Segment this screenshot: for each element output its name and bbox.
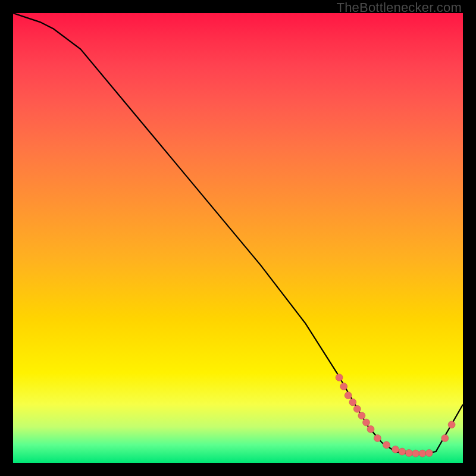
marker-dot — [405, 449, 412, 456]
marker-dot — [374, 434, 381, 441]
marker-dot — [358, 412, 365, 419]
marker-dot — [345, 392, 352, 399]
marker-dot — [340, 383, 347, 390]
chart-frame: TheBottlenecker.com — [0, 0, 476, 476]
curve-markers — [336, 374, 455, 457]
marker-dot — [392, 446, 399, 453]
marker-dot — [336, 374, 343, 381]
marker-dot — [353, 405, 361, 412]
marker-dot — [425, 449, 433, 456]
marker-dot — [383, 441, 390, 449]
marker-dot — [399, 448, 406, 455]
marker-dot — [349, 399, 356, 406]
chart-plot-area — [13, 13, 463, 463]
marker-dot — [367, 425, 374, 433]
marker-dot — [441, 434, 449, 441]
marker-dot — [419, 450, 426, 457]
bottleneck-curve — [13, 13, 463, 454]
marker-dot — [448, 421, 455, 428]
marker-dot — [412, 450, 419, 457]
marker-dot — [363, 419, 370, 426]
curve-svg — [13, 13, 463, 463]
